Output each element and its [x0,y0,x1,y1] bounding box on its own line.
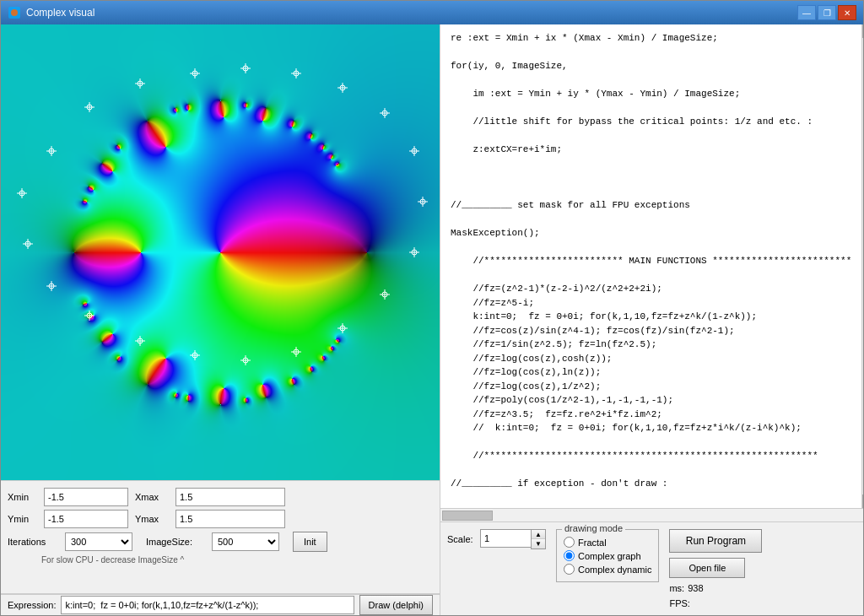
right-controls-panel: Scale: ▲ ▼ drawing mode [440,521,863,615]
scroll-track[interactable] [862,38,863,494]
code-panel: re :ext = Xmin + ix * (Xmax - Xmin) / Im… [440,24,863,615]
ms-value: 938 [688,583,703,593]
scale-input[interactable] [480,529,531,548]
main-window: Complex visual — ❐ ✕ Xmin Xmax [0,0,864,616]
xmin-input[interactable] [44,488,128,506]
xmax-input[interactable] [176,488,285,506]
close-button[interactable]: ✕ [838,5,856,20]
window-controls: — ❐ ✕ [797,5,856,20]
imagesize-combo[interactable]: 500 250 1000 [212,532,279,551]
fps-label: FPS: [669,598,689,608]
minimize-button[interactable]: — [797,5,816,20]
ymax-input[interactable] [176,510,285,528]
fractal-radio[interactable] [564,537,575,548]
complex-dynamic-radio-item[interactable]: Complex dynamic [564,564,651,575]
slow-cpu-row: For slow CPU - decrease ImageSize ^ [8,555,433,565]
spin-down-button[interactable]: ▼ [532,539,545,548]
iter-imgsize-row: Iterations 300 100 500 1000 ImageSize: 5… [8,532,433,552]
maximize-button[interactable]: ❐ [818,5,836,20]
scroll-down-button[interactable]: ▼ [862,494,863,508]
complex-dynamic-radio-label: Complex dynamic [578,565,651,575]
scale-spinner: ▲ ▼ [480,529,546,549]
window-title: Complex visual [26,7,797,19]
imagesize-label: ImageSize: [146,537,205,547]
drawing-mode-options: Fractal Complex graph Complex dynamic [564,537,651,575]
scroll-up-button[interactable]: ▲ [862,24,863,38]
ms-label: ms: [669,583,684,593]
ymin-label: Ymin [8,514,37,524]
ymax-label: Ymax [135,514,169,524]
complex-graph-radio[interactable] [564,550,575,561]
svg-point-1 [11,9,18,16]
ymin-input[interactable] [44,510,128,528]
init-button[interactable]: Init [293,532,327,552]
complex-graph-radio-label: Complex graph [578,551,641,561]
expression-label: Expression: [8,600,56,610]
run-program-button[interactable]: Run Program [669,529,762,553]
xmax-label: Xmax [135,492,169,502]
xmin-label: Xmin [8,492,37,502]
fractal-canvas [1,24,440,480]
fractal-radio-label: Fractal [578,538,607,548]
title-bar: Complex visual — ❐ ✕ [1,1,863,24]
draw-delphi-button[interactable]: Draw (delphi) [359,595,433,615]
left-panel: Xmin Xmax Ymin Ymax Iterations 300 [1,24,440,615]
complex-graph-radio-item[interactable]: Complex graph [564,550,651,561]
expression-bar: Expression: Draw (delphi) [1,593,440,615]
iterations-label: Iterations [8,537,58,547]
h-scroll-thumb[interactable] [442,511,493,521]
expression-input[interactable] [61,596,354,614]
run-controls: Run Program Open file ms: 938 FPS: [669,529,762,608]
horizontal-scrollbar [440,508,863,521]
scale-row: Scale: ▲ ▼ [447,529,546,549]
iterations-combo[interactable]: 300 100 500 1000 [65,532,132,551]
xy-min-max-row1: Xmin Xmax [8,488,433,506]
fractal-radio-item[interactable]: Fractal [564,537,651,548]
ms-display: ms: 938 [669,583,762,593]
drawing-mode-group: drawing mode Fractal Complex graph Co [556,529,659,582]
spin-up-button[interactable]: ▲ [532,530,545,539]
scale-label: Scale: [447,534,477,544]
drawing-mode-label: drawing mode [562,523,625,533]
xy-min-max-row2: Ymin Ymax [8,510,433,528]
spin-buttons: ▲ ▼ [531,529,546,549]
code-editor[interactable]: re :ext = Xmin + ix * (Xmax - Xmin) / Im… [440,24,861,508]
open-file-button[interactable]: Open file [669,558,745,578]
fps-display: FPS: [669,598,762,608]
complex-dynamic-radio[interactable] [564,564,575,575]
controls-area: Xmin Xmax Ymin Ymax Iterations 300 [1,480,440,593]
slow-cpu-text: For slow CPU - decrease ImageSize ^ [41,555,184,565]
main-content: Xmin Xmax Ymin Ymax Iterations 300 [1,24,863,615]
vertical-scrollbar: ▲ ▼ [861,24,863,508]
app-icon [8,6,21,19]
